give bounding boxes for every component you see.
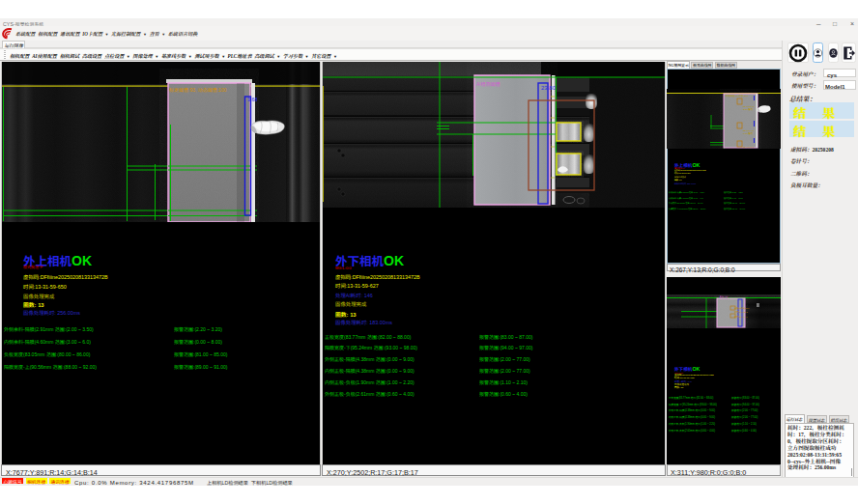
svg-text:6.00)警范: 6.00)警范 (743, 131, 754, 135)
svg-text:53.48(90.5: 53.48(90.5 (743, 145, 755, 149)
svg-text:标定阈值:93,动态:100: 标定阈值:93,动态:100 (726, 94, 749, 98)
svg-text:3.50)警范: 3.50)警范 (743, 107, 754, 111)
